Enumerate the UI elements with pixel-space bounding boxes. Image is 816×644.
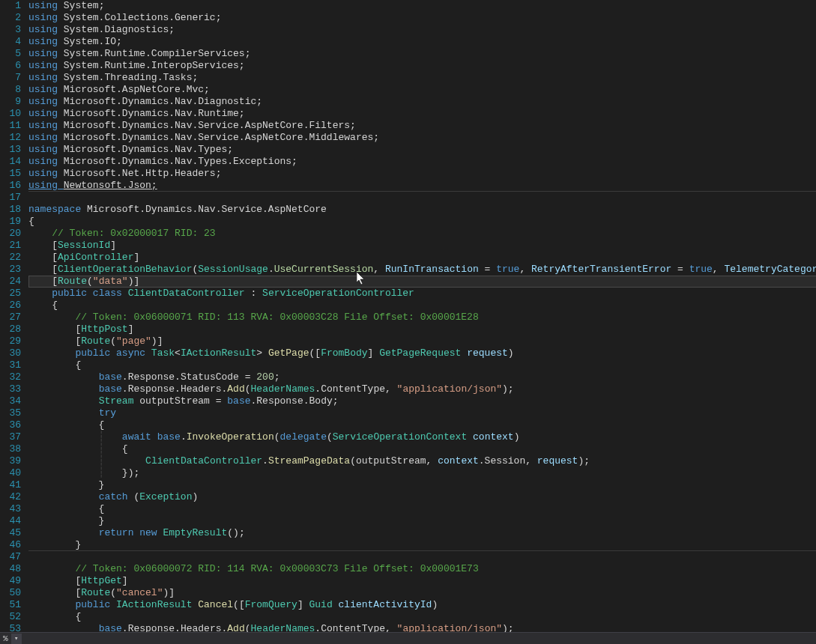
code-line[interactable]: [Route("cancel")] [28, 587, 816, 599]
line-number: 19 [0, 216, 21, 228]
line-number: 14 [0, 156, 21, 168]
code-line[interactable]: [HttpGet] [28, 575, 816, 587]
code-line[interactable]: using Microsoft.Dynamics.Nav.Types.Excep… [28, 156, 816, 168]
code-line[interactable]: base.Response.Headers.Add(HeaderNames.Co… [28, 623, 816, 632]
line-number: 28 [0, 323, 21, 335]
code-line[interactable]: using Microsoft.Dynamics.Nav.Types; [28, 144, 816, 156]
line-number: 12 [0, 132, 21, 144]
line-number: 53 [0, 623, 21, 632]
line-number: 43 [0, 503, 21, 515]
line-number: 39 [0, 455, 21, 467]
code-line[interactable]: ┆ { [28, 443, 816, 455]
line-number: 9 [0, 96, 21, 108]
line-number: 23 [0, 264, 21, 276]
code-line[interactable]: using System.IO; [28, 36, 816, 48]
line-number: 33 [0, 383, 21, 395]
line-number: 6 [0, 60, 21, 72]
code-line[interactable]: base.Response.Headers.Add(HeaderNames.Co… [28, 383, 816, 395]
code-line[interactable]: base.Response.StatusCode = 200; [28, 371, 816, 383]
code-line[interactable]: return new EmptyResult(); [28, 527, 816, 539]
line-number: 44 [0, 515, 21, 527]
status-bar: % ▾ [0, 632, 816, 644]
code-line[interactable]: catch (Exception) [28, 491, 816, 503]
code-line[interactable]: [Route("page")] [28, 335, 816, 347]
code-line[interactable]: using Microsoft.Dynamics.Nav.Diagnostic; [28, 96, 816, 108]
code-line[interactable]: Stream outputStream = base.Response.Body… [28, 395, 816, 407]
line-number: 26 [0, 300, 21, 312]
code-line[interactable] [28, 551, 816, 563]
line-number: 51 [0, 599, 21, 611]
code-line[interactable]: } [28, 539, 816, 551]
code-line[interactable]: [ClientOperationBehavior(SessionUsage.Us… [28, 264, 816, 276]
code-line[interactable]: // Token: 0x06000072 RID: 114 RVA: 0x000… [28, 563, 816, 575]
line-number: 22 [0, 252, 21, 264]
line-number: 8 [0, 84, 21, 96]
code-line[interactable]: [Route("data")] [28, 276, 816, 288]
line-number: 3 [0, 24, 21, 36]
line-number: 31 [0, 359, 21, 371]
code-line[interactable]: using Microsoft.Dynamics.Nav.Service.Asp… [28, 132, 816, 144]
code-line[interactable]: using System; [28, 0, 816, 12]
line-number: 41 [0, 479, 21, 491]
line-number: 34 [0, 395, 21, 407]
line-number: 49 [0, 575, 21, 587]
code-line[interactable]: using System.Collections.Generic; [28, 12, 816, 24]
line-number: 5 [0, 48, 21, 60]
line-number: 11 [0, 120, 21, 132]
code-line[interactable] [28, 192, 816, 204]
code-line[interactable]: { [28, 216, 816, 228]
code-line[interactable]: ┆ ClientDataController.StreamPageData(ou… [28, 455, 816, 467]
code-area[interactable]: using System;using System.Collections.Ge… [28, 0, 816, 632]
usings-separator [28, 191, 816, 192]
line-number: 48 [0, 563, 21, 575]
code-line[interactable]: public IActionResult Cancel([FromQuery] … [28, 599, 816, 611]
code-line[interactable]: using Microsoft.Dynamics.Nav.Runtime; [28, 108, 816, 120]
line-number: 21 [0, 240, 21, 252]
method-separator [28, 550, 816, 551]
line-number: 30 [0, 347, 21, 359]
line-number: 16 [0, 180, 21, 192]
line-number: 25 [0, 288, 21, 300]
line-number: 2 [0, 12, 21, 24]
code-line[interactable]: public class ClientDataController : Serv… [28, 288, 816, 300]
code-line[interactable]: using Microsoft.Net.Http.Headers; [28, 168, 816, 180]
code-line[interactable]: using System.Runtime.InteropServices; [28, 60, 816, 72]
line-number: 7 [0, 72, 21, 84]
code-line[interactable]: // Token: 0x02000017 RID: 23 [28, 228, 816, 240]
code-line[interactable]: } [28, 479, 816, 491]
code-line[interactable]: try [28, 407, 816, 419]
line-number: 15 [0, 168, 21, 180]
code-line[interactable]: using System.Diagnostics; [28, 24, 816, 36]
code-line[interactable]: using System.Runtime.CompilerServices; [28, 48, 816, 60]
line-number: 46 [0, 539, 21, 551]
line-number: 40 [0, 467, 21, 479]
code-line[interactable]: { [28, 503, 816, 515]
code-line[interactable]: using System.Threading.Tasks; [28, 72, 816, 84]
line-number-gutter: 1234567891011121314151617181920212223242… [0, 0, 28, 632]
code-line[interactable]: { [28, 611, 816, 623]
code-line[interactable]: { [28, 419, 816, 431]
status-dropdown-button[interactable]: ▾ [11, 634, 22, 644]
line-number: 13 [0, 144, 21, 156]
code-line[interactable]: ┆ await base.InvokeOperation(delegate(Se… [28, 431, 816, 443]
code-editor[interactable]: 1234567891011121314151617181920212223242… [0, 0, 816, 632]
line-number: 1 [0, 0, 21, 12]
code-line[interactable]: [HttpPost] [28, 323, 816, 335]
code-line[interactable]: { [28, 300, 816, 312]
line-number: 47 [0, 551, 21, 563]
code-line[interactable]: namespace Microsoft.Dynamics.Nav.Service… [28, 204, 816, 216]
line-number: 18 [0, 204, 21, 216]
code-line[interactable]: // Token: 0x06000071 RID: 113 RVA: 0x000… [28, 312, 816, 323]
code-line[interactable]: using Microsoft.AspNetCore.Mvc; [28, 84, 816, 96]
code-line[interactable]: { [28, 359, 816, 371]
line-number: 38 [0, 443, 21, 455]
code-line[interactable]: public async Task<IActionResult> GetPage… [28, 347, 816, 359]
line-number: 42 [0, 491, 21, 503]
code-line[interactable]: [ApiController] [28, 252, 816, 264]
code-line[interactable]: using Microsoft.Dynamics.Nav.Service.Asp… [28, 120, 816, 132]
code-line[interactable]: [SessionId] [28, 240, 816, 252]
code-line[interactable]: ┆ }); [28, 467, 816, 479]
line-number: 20 [0, 228, 21, 240]
code-line[interactable]: } [28, 515, 816, 527]
code-line[interactable]: using Newtonsoft.Json; [28, 180, 816, 192]
